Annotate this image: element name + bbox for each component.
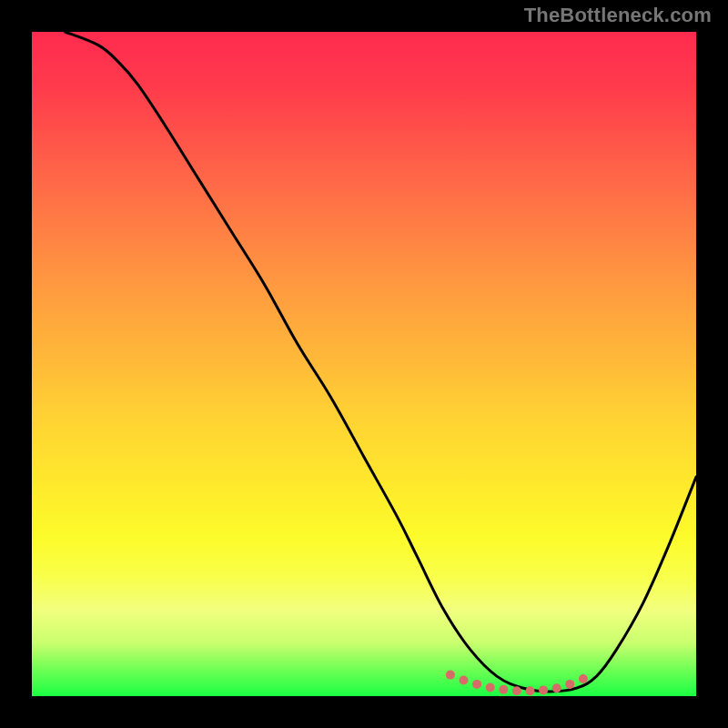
trough-dot	[499, 685, 508, 694]
trough-dot	[460, 676, 469, 685]
curve-layer	[32, 32, 696, 696]
trough-dot	[552, 683, 561, 693]
chart-stage: TheBottleneck.com	[0, 0, 728, 728]
trough-dot	[486, 683, 495, 693]
trough-dot	[579, 674, 588, 683]
trough-dot	[565, 680, 574, 689]
plot-area	[32, 32, 696, 696]
trough-dot	[512, 686, 521, 695]
bottleneck-curve	[66, 32, 697, 692]
trough-dot	[472, 680, 481, 689]
watermark-text: TheBottleneck.com	[524, 4, 712, 27]
trough-dot	[539, 685, 548, 694]
trough-dot	[446, 671, 455, 680]
trough-dot	[526, 686, 535, 695]
